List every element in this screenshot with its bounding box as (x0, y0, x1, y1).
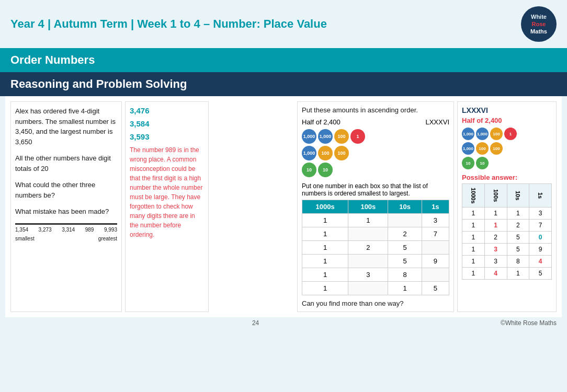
table-cell-0-0: 1 (302, 214, 348, 227)
table-cell-2-3 (422, 241, 449, 255)
table-cell-1-3: 7 (422, 227, 449, 241)
ans-counter-1000-2: 1,000 (476, 128, 489, 140)
ans-cell-2-3: 0 (529, 232, 552, 244)
ans-counter-100-1: 100 (490, 128, 503, 140)
reasoning-bar: Reasoning and Problem Solving (0, 72, 567, 96)
ans-th-100s: 100s (484, 184, 507, 207)
ans-cell-2-2: 5 (507, 232, 529, 244)
main-content: Alex has ordered five 4-digit numbers. T… (5, 96, 562, 317)
ans-counter-row-1: 1,000 1,000 100 1 (462, 128, 552, 140)
ans-table-row: 1127 (462, 220, 552, 232)
ascending-label-left: Half of 2,400 (302, 118, 341, 126)
table-row: 125 (302, 241, 449, 255)
ans-counter-1000-3: 1,000 (462, 142, 474, 155)
ans-cell-1-2: 2 (507, 220, 529, 232)
nl-val-2: 3,314 (62, 226, 75, 234)
ans-table-row: 1250 (462, 232, 552, 244)
order-title: Put one number in each box so that the l… (302, 182, 449, 197)
right-section: Put these amounts in ascending order. Ha… (297, 101, 557, 312)
table-cell-4-1: 3 (348, 268, 388, 282)
ans-cell-2-0: 1 (462, 232, 485, 244)
nl-val-4: 9,993 (104, 226, 117, 234)
problem-text: Alex has ordered five 4-digit numbers. T… (10, 101, 122, 312)
ans-cell-3-1: 3 (484, 244, 507, 256)
answer-item-0: 3,476 (130, 106, 204, 115)
counter-100-2: 100 (318, 146, 333, 160)
table-cell-3-1 (348, 255, 388, 268)
table-cell-3-3: 9 (422, 255, 449, 268)
answer-panel-title: LXXXVI (462, 106, 552, 114)
table-cell-3-0: 1 (302, 255, 348, 268)
ans-cell-1-1: 1 (484, 220, 507, 232)
counter-1-1: 1 (350, 129, 365, 144)
ans-counter-row-2: 1,000 100 100 (462, 142, 552, 155)
ans-cell-4-2: 8 (507, 256, 529, 268)
answer-panel-subtitle: Half of 2,400 (462, 117, 552, 124)
reasoning-label: Reasoning and Problem Solving (10, 77, 187, 90)
table-cell-2-0: 1 (302, 241, 348, 255)
header-title-text: Year 4 | Autumn Term | Week 1 to 4 – Num… (10, 17, 327, 30)
ans-cell-1-0: 1 (462, 220, 485, 232)
ans-counter-1000-1: 1,000 (462, 128, 474, 140)
counter-1000-2: 1,000 (318, 129, 333, 144)
ascending-label-right: LXXXVI (425, 118, 449, 126)
th-1s: 1s (422, 200, 449, 214)
ans-cell-0-0: 1 (462, 207, 485, 220)
ans-th-1000s: 1000s (462, 184, 485, 207)
table-cell-5-3: 5 (422, 282, 449, 295)
number-line-ends: smallest greatest (15, 235, 117, 243)
logo-line1: White (531, 13, 547, 20)
answer-item-2: 3,593 (130, 132, 204, 141)
table-cell-0-1: 1 (348, 214, 388, 227)
problem-text-2: All the other numbers have digit totals … (15, 153, 117, 174)
ans-cell-1-3: 7 (529, 220, 552, 232)
ans-table-row: 1415 (462, 268, 552, 280)
counter-row-3: 10 10 (302, 163, 365, 177)
header: Year 4 | Autumn Term | Week 1 to 4 – Num… (0, 0, 567, 48)
problem-text-3: What could the other three numbers be? (15, 180, 117, 200)
ans-cell-3-2: 5 (507, 244, 529, 256)
possible-answer: Possible answer: (462, 174, 552, 181)
table-cell-5-1 (348, 282, 388, 295)
answer-error: The number 989 is in the wrong place. A … (130, 145, 204, 239)
can-find: Can you find more than one way? (302, 299, 449, 307)
ans-cell-3-3: 9 (529, 244, 552, 256)
table-cell-3-2: 5 (388, 255, 422, 268)
table-cell-0-3: 3 (422, 214, 449, 227)
ans-cell-0-1: 1 (484, 207, 507, 220)
page-number: 24 (252, 319, 259, 327)
ans-table-row: 1113 (462, 207, 552, 220)
header-title: Year 4 | Autumn Term | Week 1 to 4 – Num… (10, 17, 327, 31)
table-row: 115 (302, 282, 449, 295)
th-1000s: 1000s (302, 200, 348, 214)
ans-cell-0-3: 3 (529, 207, 552, 220)
number-line-track (15, 223, 117, 225)
ascending-labels: Half of 2,400 LXXXVI (302, 118, 449, 126)
nl-label-right: greatest (98, 235, 117, 243)
counter-1000-3: 1,000 (302, 146, 316, 160)
answer-box: 3,476 3,584 3,593 The number 989 is in t… (125, 101, 209, 312)
ans-cell-4-0: 1 (462, 256, 485, 268)
table-cell-5-0: 1 (302, 282, 348, 295)
problem-text-1: Alex has ordered five 4-digit numbers. T… (15, 106, 117, 147)
logo-line3: Maths (530, 28, 547, 35)
th-100s: 100s (348, 200, 388, 214)
answer-counters: 1,000 1,000 100 1 1,000 100 100 10 10 (462, 128, 552, 169)
ans-cell-5-3: 5 (529, 268, 552, 280)
table-cell-5-2: 1 (388, 282, 422, 295)
ans-table-row: 1384 (462, 256, 552, 268)
nl-label-left: smallest (15, 235, 35, 243)
problem-text-4: What mistake has been made? (15, 206, 117, 217)
table-cell-4-2: 8 (388, 268, 422, 282)
counter-10-2: 10 (318, 163, 333, 177)
table-row: 113 (302, 214, 449, 227)
answer-panel: LXXXVI Half of 2,400 1,000 1,000 100 1 1… (457, 101, 557, 312)
ans-counter-1-1: 1 (504, 128, 517, 140)
ans-cell-3-0: 1 (462, 244, 485, 256)
ans-table-row: 1359 (462, 244, 552, 256)
ans-cell-5-2: 1 (507, 268, 529, 280)
nl-val-0: 1,354 (15, 226, 28, 234)
table-cell-4-0: 1 (302, 268, 348, 282)
counter-1000-1: 1,000 (302, 129, 316, 144)
table-cell-4-3 (422, 268, 449, 282)
